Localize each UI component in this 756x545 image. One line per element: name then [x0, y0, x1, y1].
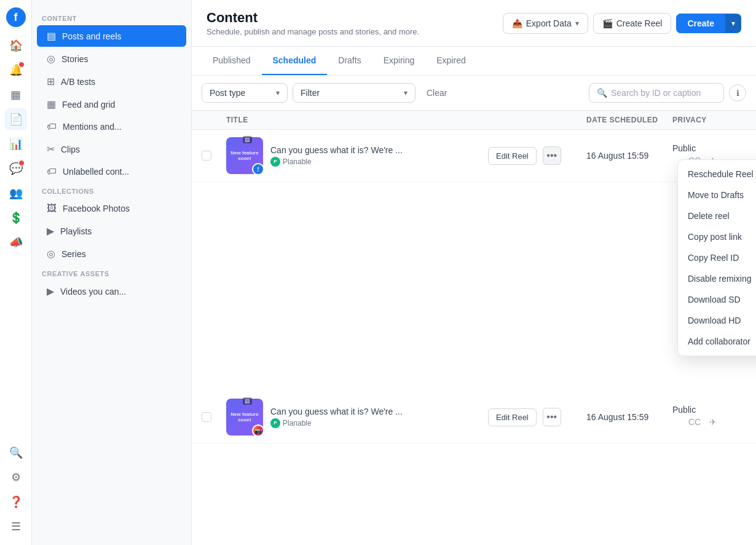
row2-post-cell: New feature soon! 📷 ▤ Can you guess what… — [226, 399, 488, 436]
nav-help[interactable]: ❓ — [5, 491, 27, 513]
row2-title: Can you guess what it is? We're ... — [270, 407, 403, 416]
row1-edit-reel-button[interactable]: Edit Reel — [488, 147, 537, 165]
series-icon: ◎ — [47, 248, 55, 260]
post-type-chevron: ▾ — [276, 89, 280, 97]
row1-type-icon: ▤ — [243, 136, 252, 143]
sidebar-section-content: Content — [32, 10, 191, 25]
sidebar-item-ab-tests[interactable]: ⊞ A/B tests — [37, 71, 186, 92]
reel-icon: 🎬 — [602, 18, 613, 28]
dropdown-disable-remix[interactable]: Disable remixing — [678, 268, 756, 289]
col-actions — [488, 116, 586, 124]
row1-actions: Edit Reel ••• — [488, 146, 586, 165]
dropdown-copy-id[interactable]: Copy Reel ID — [678, 247, 756, 268]
sidebar-item-playlists[interactable]: ▶ Playlists — [37, 220, 186, 242]
sidebar-item-label-feed-grid: Feed and grid — [62, 100, 115, 109]
header-actions: 📤 Export Data ▾ 🎬 Create Reel Create ▾ — [503, 13, 741, 34]
sidebar-item-facebook-photos[interactable]: 🖼 Facebook Photos — [37, 198, 186, 219]
row2-status-icons: CC ✈ — [687, 415, 720, 429]
tabs-bar: Published Scheduled Drafts Expiring Expi… — [192, 47, 756, 76]
dropdown-download-hd[interactable]: Download HD — [678, 310, 756, 331]
header-title-area: Content Schedule, publish and manage pos… — [207, 10, 419, 36]
sidebar-item-videos[interactable]: ▶ Videos you can... — [37, 280, 186, 302]
create-reel-label: Create Reel — [616, 18, 663, 28]
dropdown-copy-link[interactable]: Copy post link — [678, 226, 756, 247]
export-label: Export Data — [526, 18, 572, 28]
col-privacy: Privacy — [672, 116, 746, 124]
table-header: Title Date scheduled Privacy — [192, 111, 756, 130]
sidebar-section-collections: Collections — [32, 183, 191, 197]
row2-instagram-badge: 📷 — [252, 424, 264, 437]
nav-comments[interactable]: 💬 — [5, 157, 27, 180]
row2-author-name: Planable — [283, 419, 312, 428]
row1-author-name: Planable — [283, 157, 312, 166]
tab-expired[interactable]: Expired — [425, 47, 476, 75]
sidebar-item-mentions[interactable]: 🏷 Mentions and... — [37, 116, 186, 137]
dropdown-move-drafts[interactable]: Move to Drafts — [678, 185, 756, 205]
tab-scheduled[interactable]: Scheduled — [262, 47, 328, 75]
info-button[interactable]: ℹ — [729, 84, 746, 101]
nav-settings[interactable]: ⚙ — [5, 466, 27, 488]
nav-home[interactable]: 🏠 — [5, 34, 27, 57]
sidebar-item-clips[interactable]: ✂ Clips — [37, 138, 186, 160]
dropdown-reschedule[interactable]: Reschedule Reel — [678, 164, 756, 185]
row2-checkbox[interactable] — [202, 412, 226, 422]
dropdown-add-collab[interactable]: Add collaborator — [678, 331, 756, 352]
row1-checkbox[interactable] — [202, 151, 226, 161]
row2-actions: Edit Reel ••• — [488, 408, 586, 426]
export-chevron-icon: ▾ — [575, 19, 579, 28]
tab-published[interactable]: Published — [202, 47, 262, 75]
nav-content[interactable]: 📄 — [5, 108, 27, 130]
col-date: Date scheduled — [586, 116, 672, 124]
search-placeholder: Search by ID or caption — [611, 88, 701, 98]
posts-reels-icon: ▤ — [47, 30, 56, 42]
nav-notifications[interactable]: 🔔 — [5, 59, 27, 81]
row2-edit-reel-button[interactable]: Edit Reel — [488, 408, 537, 426]
nav-billing[interactable]: 💲 — [5, 207, 27, 229]
filter-chevron: ▾ — [404, 89, 408, 97]
sidebar: Content ▤ Posts and reels ◎ Stories ⊞ A/… — [32, 0, 192, 545]
content-area: Published Scheduled Drafts Expiring Expi… — [192, 47, 756, 545]
dropdown-download-sd[interactable]: Download SD — [678, 289, 756, 310]
export-data-button[interactable]: 📤 Export Data ▾ — [503, 13, 588, 34]
search-box[interactable]: 🔍 Search by ID or caption — [589, 83, 724, 103]
filter-label: Filter — [301, 88, 320, 98]
table-row: New feature soon! f ▤ Can you guess what… — [192, 130, 756, 182]
filter-select[interactable]: Filter ▾ — [293, 83, 415, 103]
sidebar-item-label-clips: Clips — [61, 145, 80, 154]
sidebar-item-unlabelled[interactable]: 🏷 Unlabelled cont... — [37, 161, 186, 182]
ab-tests-icon: ⊞ — [47, 76, 55, 87]
nav-users[interactable]: 👥 — [5, 182, 27, 204]
sidebar-item-posts-and-reels[interactable]: ▤ Posts and reels — [37, 25, 186, 47]
nav-grid[interactable]: ▦ — [5, 84, 27, 106]
create-main-button[interactable]: Create — [676, 14, 725, 33]
create-reel-button[interactable]: 🎬 Create Reel — [593, 13, 672, 34]
sidebar-item-series[interactable]: ◎ Series — [37, 243, 186, 265]
nav-search[interactable]: 🔍 — [5, 442, 27, 464]
row1-author-avatar: P — [270, 157, 280, 167]
unlabelled-icon: 🏷 — [47, 166, 57, 177]
videos-icon: ▶ — [47, 285, 54, 297]
main-area: Content Schedule, publish and manage pos… — [192, 0, 756, 545]
post-type-label: Post type — [210, 88, 245, 98]
nav-analytics[interactable]: 📊 — [5, 133, 27, 155]
create-dropdown-button[interactable]: ▾ — [725, 14, 741, 33]
row2-more-button[interactable]: ••• — [543, 408, 561, 426]
sidebar-item-feed-and-grid[interactable]: ▦ Feed and grid — [37, 93, 186, 115]
post-type-filter[interactable]: Post type ▾ — [202, 83, 288, 103]
clear-button[interactable]: Clear — [420, 84, 453, 102]
dropdown-delete[interactable]: Delete reel — [678, 205, 756, 226]
search-icon: 🔍 — [597, 88, 607, 98]
row1-more-button[interactable]: ••• — [543, 146, 561, 165]
row1-post-cell: New feature soon! f ▤ Can you guess what… — [226, 137, 488, 174]
feed-grid-icon: ▦ — [47, 98, 56, 110]
tab-drafts[interactable]: Drafts — [327, 47, 372, 75]
app-logo[interactable]: f — [6, 7, 26, 27]
tab-expiring[interactable]: Expiring — [372, 47, 426, 75]
mentions-icon: 🏷 — [47, 121, 57, 132]
sidebar-item-stories[interactable]: ◎ Stories — [37, 48, 186, 70]
nav-sidebar-toggle[interactable]: ☰ — [5, 515, 27, 538]
row2-send-icon: ✈ — [706, 415, 720, 429]
nav-campaigns[interactable]: 📣 — [5, 231, 27, 253]
row2-author: P Planable — [270, 418, 403, 428]
col-checkbox — [202, 116, 226, 124]
